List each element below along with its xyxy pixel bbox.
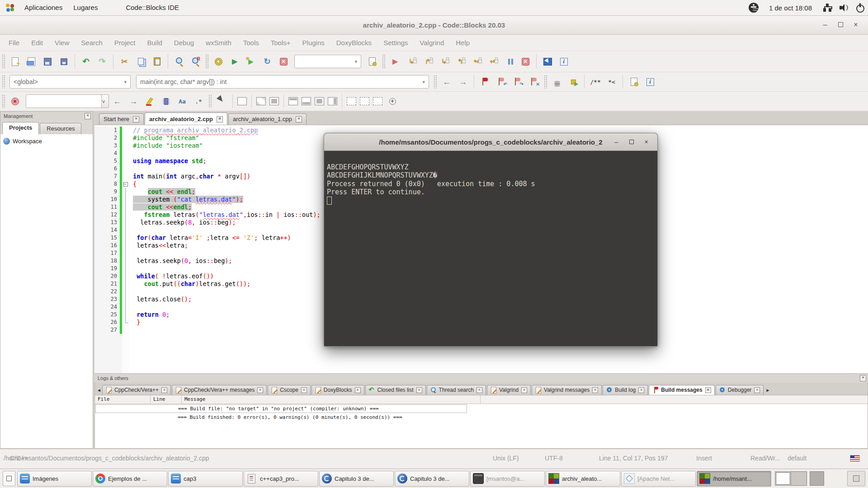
wxsmith-sizer-top-button[interactable] <box>288 97 298 105</box>
toolbar-gripper[interactable] <box>205 54 208 69</box>
editor-tab[interactable]: Start here✕ <box>99 113 144 125</box>
next-instruction-button[interactable]: ↬ <box>471 56 482 67</box>
log-tab[interactable]: Cscope✕ <box>268 385 311 395</box>
column-message[interactable]: Message <box>182 395 481 404</box>
log-tab[interactable]: Closed files list✕ <box>365 385 426 395</box>
close-icon[interactable]: ✕ <box>301 387 307 393</box>
power-icon[interactable] <box>855 3 865 13</box>
taskbar-button[interactable]: Ejemplos de ... <box>93 471 167 487</box>
menu-settings[interactable]: Settings <box>377 39 414 47</box>
accessibility-icon[interactable] <box>749 3 759 13</box>
cut-button[interactable]: ✂ <box>118 56 130 67</box>
next-line-button[interactable]: ↱ <box>422 56 434 67</box>
wxsmith-border-button[interactable] <box>347 97 356 105</box>
workspace-3[interactable] <box>810 471 824 486</box>
search-prev-button[interactable]: ← <box>111 96 123 107</box>
workspace-2[interactable] <box>791 472 807 485</box>
log-tab[interactable]: Build messages✕ <box>649 385 714 395</box>
selected-text-only-button[interactable] <box>160 96 172 107</box>
taskbar-button[interactable]: archiv_aleato... <box>546 471 620 487</box>
minimize-button[interactable]: – <box>609 138 624 145</box>
wxsmith-panel-button[interactable] <box>269 97 279 105</box>
menu-view[interactable]: View <box>49 39 75 47</box>
menu-build[interactable]: Build <box>142 39 168 47</box>
wxsmith-sizer-inner-button[interactable] <box>315 97 324 105</box>
open-file-button[interactable] <box>25 56 37 67</box>
table-row[interactable]: === Build file: "no target" in "no proje… <box>95 404 467 413</box>
management-tab-projects[interactable]: Projects <box>2 122 39 134</box>
minimize-button[interactable]: – <box>817 21 833 29</box>
workspace-1[interactable] <box>775 472 791 485</box>
log-tab[interactable]: DoxyBlocks✕ <box>311 385 364 395</box>
incremental-search-input[interactable] <box>26 94 102 108</box>
terminal-titlebar[interactable]: /home/msantos/Documentos/progs_c_codeblo… <box>324 133 657 151</box>
regex-search-button[interactable]: .* <box>193 96 204 107</box>
close-icon[interactable]: ✕ <box>133 116 139 122</box>
close-icon[interactable]: ✕ <box>416 387 422 393</box>
trash-icon[interactable] <box>847 471 865 486</box>
wxsmith-border-left-button[interactable] <box>360 97 369 105</box>
previous-bookmark-button[interactable]: ↶ <box>495 76 507 87</box>
log-tab[interactable]: Valgrind✕ <box>487 385 531 395</box>
save-all-button[interactable] <box>58 56 70 67</box>
copy-button[interactable] <box>135 56 146 67</box>
close-button[interactable]: × <box>848 21 863 29</box>
doxy-help-button[interactable] <box>644 76 656 87</box>
debug-info-button[interactable] <box>558 56 570 67</box>
build-and-run-button[interactable] <box>245 56 257 67</box>
menu-valgrind[interactable]: Valgrind <box>414 39 450 47</box>
doxyblocks-extract-button[interactable] <box>551 76 563 87</box>
toolbar-gripper[interactable] <box>544 75 547 88</box>
close-icon[interactable]: ✕ <box>521 387 527 393</box>
menu-help[interactable]: Help <box>450 39 476 47</box>
step-into-instruction-button[interactable]: ↫ <box>487 56 499 67</box>
log-tabs-scroll-right[interactable]: ► <box>764 388 771 395</box>
window-list-icon[interactable] <box>3 471 15 486</box>
doxy-block-comment-button[interactable]: /** <box>590 76 601 87</box>
menu-tools+[interactable]: Tools+ <box>265 39 297 47</box>
places-menu[interactable]: Lugares <box>68 0 103 15</box>
clock[interactable]: 1 de oct 18:08 <box>762 4 819 12</box>
window-titlebar[interactable]: archiv_aleatorio_2.cpp - Code::Blocks 20… <box>0 15 868 35</box>
function-select[interactable]: main(int argc, char* argv[]) : int ▾ <box>136 75 429 89</box>
log-tab[interactable]: CppCheck/Vera++ messages✕ <box>172 385 267 395</box>
toggle-bookmark-button[interactable] <box>479 76 491 87</box>
paste-button[interactable] <box>151 56 163 67</box>
maximize-button[interactable] <box>833 21 848 29</box>
menu-edit[interactable]: Edit <box>25 39 49 47</box>
close-icon[interactable]: ✕ <box>592 387 598 393</box>
editor-tab[interactable]: archiv_aleatorio_2.cpp✕ <box>145 113 227 125</box>
applications-menu[interactable]: Aplicaciones <box>19 0 68 15</box>
close-icon[interactable]: ✕ <box>638 387 644 393</box>
taskbar-button[interactable]: [Apache Net... <box>621 471 696 487</box>
close-button[interactable]: × <box>639 138 654 145</box>
highlight-occurrences-button[interactable] <box>144 96 156 107</box>
maximize-button[interactable] <box>624 138 639 145</box>
doxy-view-docs-button[interactable] <box>628 76 640 87</box>
taskbar-button[interactable]: Capitulo 3 de... <box>395 471 469 487</box>
doxy-line-comment-button[interactable]: *< <box>606 76 618 87</box>
projects-tree[interactable]: Workspace <box>0 134 93 449</box>
abort-build-button[interactable] <box>278 56 289 67</box>
close-icon[interactable]: ✕ <box>476 387 482 393</box>
pause-debug-button[interactable] <box>503 56 515 67</box>
toolbar-gripper[interactable] <box>382 54 385 69</box>
run-button[interactable]: ▶ <box>229 56 241 67</box>
active-window-menu[interactable]: Code::Blocks IDE <box>120 0 184 15</box>
redo-button[interactable]: ↷ <box>96 56 108 67</box>
toolbar-gripper[interactable] <box>434 75 437 88</box>
menu-debug[interactable]: Debug <box>168 39 200 47</box>
close-icon[interactable]: ✕ <box>161 387 167 393</box>
menu-tools[interactable]: Tools <box>237 39 265 47</box>
stop-debug-button[interactable] <box>519 56 531 67</box>
log-tab[interactable]: Thread search✕ <box>427 385 486 395</box>
run-to-cursor-button[interactable]: ↳ <box>406 56 417 67</box>
fold-margin[interactable] <box>122 180 129 188</box>
volume-icon[interactable] <box>839 3 849 13</box>
close-icon[interactable]: ✕ <box>860 375 866 381</box>
step-out-button[interactable]: ↰ <box>454 56 466 67</box>
build-target-select[interactable]: ▾ <box>294 55 361 68</box>
workspace-node[interactable]: Workspace <box>3 138 90 145</box>
taskbar-button[interactable]: cap3 <box>168 471 243 487</box>
find-button[interactable] <box>173 56 185 67</box>
